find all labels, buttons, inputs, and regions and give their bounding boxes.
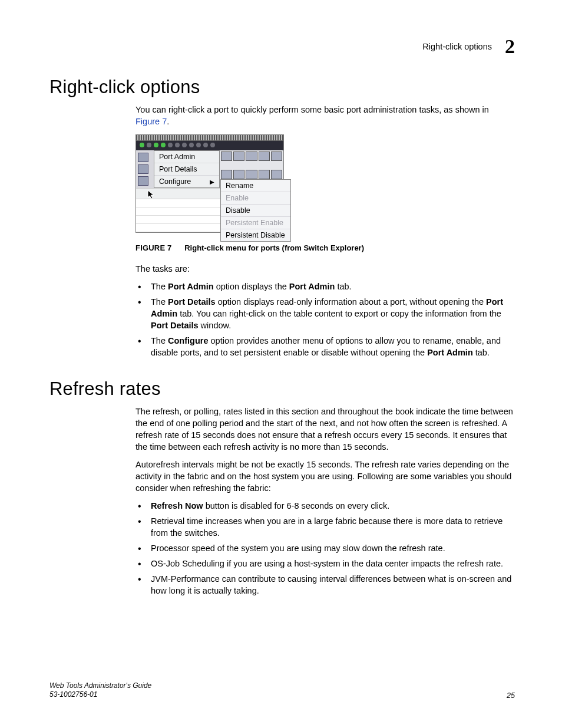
refresh-paragraph-1: The refresh, or polling, rates listed in…	[135, 406, 515, 453]
bold-term: Configure	[168, 336, 208, 345]
list-item: OS-Job Scheduling if you are using a hos…	[135, 558, 515, 569]
bold-term: Refresh Now	[151, 501, 203, 510]
list-item: Retrieval time increases when you are in…	[135, 515, 515, 539]
figure-caption-text: Right-click menu for ports (from Switch …	[184, 243, 364, 252]
submenu-item-disable[interactable]: Disable	[221, 205, 290, 217]
configure-submenu: Rename Enable Disable Persistent Enable …	[220, 179, 291, 242]
port-icon	[138, 164, 148, 174]
tasks-list: The Port Admin option displays the Port …	[135, 281, 515, 358]
menu-item-label: Port Admin	[159, 153, 195, 161]
port-icon	[221, 151, 232, 161]
running-header: Right-click options 2	[422, 37, 515, 57]
intro-paragraph: You can right-click a port to quickly pe…	[135, 104, 515, 127]
section-title-right-click-options: Right-click options	[49, 77, 515, 98]
list-item: The Port Details option displays read-on…	[135, 296, 515, 331]
menu-item-port-details[interactable]: Port Details	[154, 163, 219, 176]
tasks-intro: The tasks are:	[135, 263, 515, 275]
figure-label: FIGURE 7	[135, 243, 172, 252]
list-item: Processor speed of the system you are us…	[135, 542, 515, 554]
menu-item-label: Port Details	[159, 165, 197, 173]
refresh-variables-list: Refresh Now button is disabled for 6-8 s…	[135, 500, 515, 597]
bold-term: Port Admin	[168, 282, 214, 291]
submenu-item-enable: Enable	[221, 192, 290, 205]
figure-7: Port Admin Port Details Configure▶	[135, 134, 515, 252]
port-icon	[138, 153, 148, 162]
footer-doc-number: 53-1002756-01	[49, 690, 151, 700]
menu-item-configure[interactable]: Configure▶	[154, 176, 219, 187]
bold-term: Port Details	[168, 297, 216, 307]
submenu-item-persistent-disable[interactable]: Persistent Disable	[221, 229, 290, 241]
section-title-refresh-rates: Refresh rates	[49, 378, 515, 400]
context-menu: Port Admin Port Details Configure▶	[154, 150, 220, 188]
port-icon	[138, 176, 148, 186]
running-header-text: Right-click options	[422, 42, 492, 51]
cursor-icon	[147, 190, 156, 199]
list-item: Refresh Now button is disabled for 6-8 s…	[135, 500, 515, 512]
page-footer: Web Tools Administrator's Guide 53-10027…	[49, 681, 515, 700]
menu-item-label: Configure	[159, 177, 191, 186]
figure-7-link[interactable]: Figure 7	[135, 117, 167, 126]
bold-term: Port Details	[151, 321, 199, 330]
bold-term: Port Admin	[289, 282, 335, 291]
footer-page-number: 25	[507, 691, 515, 700]
submenu-item-persistent-enable: Persistent Enable	[221, 217, 290, 229]
refresh-paragraph-2: Autorefresh intervals might be not be ex…	[135, 459, 515, 494]
intro-text-suffix: .	[167, 117, 169, 126]
chapter-number: 2	[505, 37, 515, 57]
intro-text-prefix: You can right-click a port to quickly pe…	[135, 105, 489, 114]
submenu-arrow-icon: ▶	[210, 179, 214, 185]
figure-caption: FIGURE 7 Right-click menu for ports (fro…	[135, 243, 515, 252]
list-item: The Port Admin option displays the Port …	[135, 281, 515, 292]
submenu-item-rename[interactable]: Rename	[221, 180, 290, 192]
footer-book-title: Web Tools Administrator's Guide	[49, 681, 151, 691]
bold-term: Port Admin	[427, 348, 473, 357]
list-item: JVM-Performance can contribute to causin…	[135, 573, 515, 597]
list-item: The Configure option provides another me…	[135, 335, 515, 358]
menu-item-port-admin[interactable]: Port Admin	[154, 151, 219, 163]
